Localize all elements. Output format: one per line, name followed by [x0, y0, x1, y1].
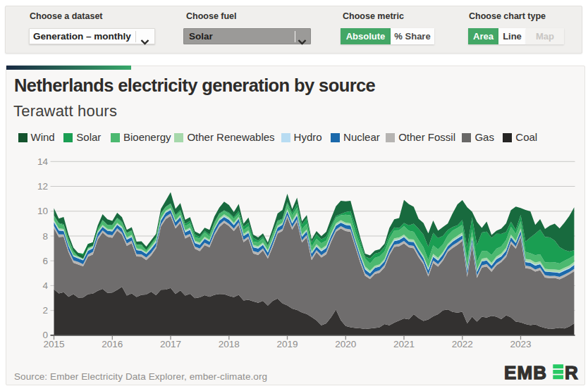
svg-text:12: 12 [37, 181, 48, 192]
svg-text:14: 14 [37, 156, 49, 167]
svg-text:2022: 2022 [452, 339, 473, 349]
svg-text:2017: 2017 [160, 339, 181, 349]
svg-text:2015: 2015 [43, 339, 64, 349]
svg-text:2021: 2021 [393, 339, 415, 349]
svg-text:EMB: EMB [504, 363, 547, 381]
svg-text:2019: 2019 [276, 339, 298, 349]
svg-text:2023: 2023 [510, 339, 531, 349]
svg-text:R: R [565, 363, 578, 381]
svg-text:8: 8 [42, 231, 48, 242]
svg-text:2016: 2016 [102, 339, 123, 349]
svg-text:10: 10 [37, 206, 48, 216]
svg-text:2: 2 [42, 305, 48, 316]
svg-text:4: 4 [42, 280, 48, 291]
svg-text:2020: 2020 [335, 339, 356, 349]
svg-text:2018: 2018 [219, 339, 240, 349]
svg-text:6: 6 [42, 256, 48, 266]
